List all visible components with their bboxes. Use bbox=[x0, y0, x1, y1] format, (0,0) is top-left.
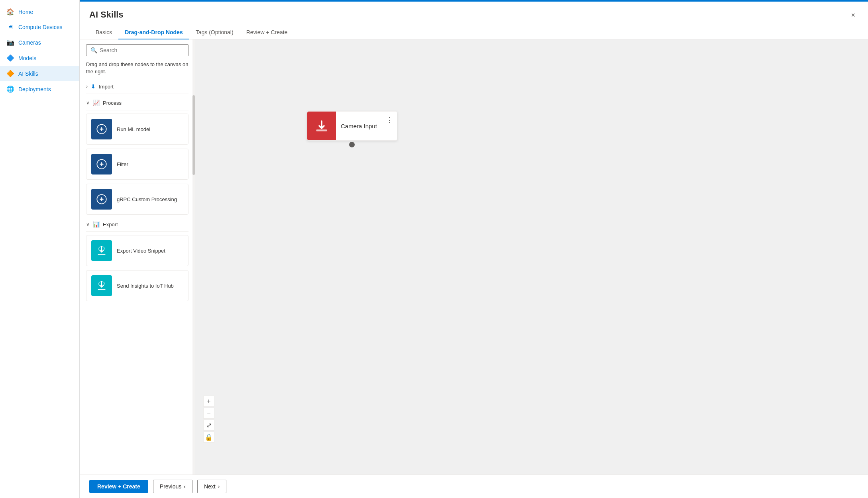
canvas-node-menu-button[interactable]: ⋮ bbox=[382, 112, 397, 127]
left-panel: 🔍 Drag and drop these nodes to the canva… bbox=[80, 39, 195, 474]
zoom-lock-button[interactable]: 🔒 bbox=[203, 431, 214, 443]
search-icon: 🔍 bbox=[90, 47, 97, 53]
zoom-in-button[interactable]: + bbox=[203, 396, 214, 407]
next-label: Next bbox=[204, 483, 216, 490]
run-ml-icon bbox=[91, 119, 112, 139]
sidebar-item-models[interactable]: 🔷 Models bbox=[0, 50, 79, 66]
canvas-node-connector bbox=[349, 142, 355, 147]
chevron-down-process-icon: ∨ bbox=[86, 100, 90, 106]
next-button[interactable]: Next › bbox=[197, 480, 226, 493]
grpc-icon bbox=[91, 189, 112, 210]
panel-description: Drag and drop these nodes to the canvas … bbox=[86, 61, 189, 75]
models-icon: 🔷 bbox=[6, 54, 14, 62]
filter-icon bbox=[91, 154, 112, 174]
export-divider bbox=[86, 231, 189, 232]
sidebar-item-home[interactable]: 🏠 Home bbox=[0, 4, 79, 20]
filter-label: Filter bbox=[117, 161, 128, 167]
previous-button[interactable]: Previous ‹ bbox=[153, 480, 192, 493]
compute-icon: 🖥 bbox=[6, 24, 14, 31]
canvas-node-camera[interactable]: Camera Input ⋮ bbox=[307, 111, 397, 141]
header: AI Skills × bbox=[80, 2, 868, 21]
node-export-video[interactable]: Export Video Snippet bbox=[86, 235, 189, 266]
export-video-icon bbox=[91, 240, 112, 261]
home-icon: 🏠 bbox=[6, 8, 14, 16]
export-section-icon: 📊 bbox=[93, 221, 100, 227]
search-box[interactable]: 🔍 bbox=[86, 44, 189, 56]
sidebar-label-cameras: Cameras bbox=[18, 39, 41, 46]
sidebar-label-deployments: Deployments bbox=[18, 86, 51, 92]
canvas-area[interactable]: Camera Input ⋮ + − ⤢ 🔒 bbox=[195, 39, 868, 474]
page-title: AI Skills bbox=[89, 10, 124, 20]
export-video-label: Export Video Snippet bbox=[117, 248, 165, 254]
review-create-button[interactable]: Review + Create bbox=[89, 480, 148, 493]
process-section-icon: 📈 bbox=[93, 100, 100, 106]
section-export[interactable]: ∨ 📊 Export bbox=[86, 219, 189, 230]
send-insights-label: Send Insights to IoT Hub bbox=[117, 283, 174, 289]
previous-label: Previous bbox=[160, 483, 181, 490]
svg-rect-6 bbox=[316, 129, 327, 131]
zoom-controls: + − ⤢ 🔒 bbox=[203, 396, 214, 443]
svg-point-3 bbox=[100, 163, 103, 166]
sidebar-item-compute[interactable]: 🖥 Compute Devices bbox=[0, 20, 79, 35]
sidebar-label-aiskills: AI Skills bbox=[18, 71, 38, 77]
close-button[interactable]: × bbox=[848, 10, 858, 21]
node-send-insights[interactable]: Send Insights to IoT Hub bbox=[86, 270, 189, 301]
sidebar-label-home: Home bbox=[18, 9, 33, 15]
aiskills-icon: 🔶 bbox=[6, 70, 14, 77]
camera-node-label: Camera Input bbox=[336, 123, 382, 129]
chevron-down-export-icon: ∨ bbox=[86, 222, 90, 227]
scrollbar-track bbox=[192, 39, 195, 474]
export-section-label: Export bbox=[103, 222, 118, 227]
import-section-label: Import bbox=[99, 84, 114, 90]
svg-point-1 bbox=[100, 128, 103, 131]
send-insights-icon bbox=[91, 275, 112, 296]
next-icon: › bbox=[218, 483, 220, 490]
tab-basics[interactable]: Basics bbox=[89, 26, 118, 39]
search-input[interactable] bbox=[100, 47, 184, 53]
sidebar: 🏠 Home 🖥 Compute Devices 📷 Cameras 🔷 Mod… bbox=[0, 0, 80, 498]
tab-review-create[interactable]: Review + Create bbox=[240, 26, 294, 39]
process-section-label: Process bbox=[103, 100, 122, 106]
svg-point-5 bbox=[100, 198, 103, 201]
chevron-right-icon: › bbox=[86, 84, 88, 89]
bottom-bar: Review + Create Previous ‹ Next › bbox=[80, 474, 868, 498]
import-divider bbox=[86, 94, 189, 94]
deployments-icon: 🌐 bbox=[6, 85, 14, 93]
sidebar-item-aiskills[interactable]: 🔶 AI Skills bbox=[0, 66, 79, 81]
content-area: 🔍 Drag and drop these nodes to the canva… bbox=[80, 39, 868, 474]
camera-node-icon bbox=[307, 112, 336, 140]
zoom-out-button[interactable]: − bbox=[203, 408, 214, 419]
tab-drag-drop[interactable]: Drag-and-Drop Nodes bbox=[118, 26, 189, 39]
section-process[interactable]: ∨ 📈 Process bbox=[86, 97, 189, 108]
tab-tags[interactable]: Tags (Optional) bbox=[189, 26, 240, 39]
node-run-ml[interactable]: Run ML model bbox=[86, 114, 189, 145]
node-grpc[interactable]: gRPC Custom Processing bbox=[86, 184, 189, 215]
run-ml-label: Run ML model bbox=[117, 126, 150, 132]
import-section-icon: ⬇ bbox=[91, 83, 96, 90]
cameras-icon: 📷 bbox=[6, 39, 14, 46]
sidebar-item-deployments[interactable]: 🌐 Deployments bbox=[0, 81, 79, 97]
scrollbar-thumb[interactable] bbox=[192, 95, 195, 175]
panel-inner: 🔍 Drag and drop these nodes to the canva… bbox=[80, 39, 195, 474]
main-area: AI Skills × Basics Drag-and-Drop Nodes T… bbox=[80, 0, 868, 498]
tab-bar: Basics Drag-and-Drop Nodes Tags (Optiona… bbox=[80, 21, 868, 39]
previous-icon: ‹ bbox=[184, 483, 186, 490]
sidebar-item-cameras[interactable]: 📷 Cameras bbox=[0, 35, 79, 50]
node-filter[interactable]: Filter bbox=[86, 149, 189, 180]
sidebar-label-models: Models bbox=[18, 55, 36, 61]
section-import[interactable]: › ⬇ Import bbox=[86, 81, 189, 92]
process-divider bbox=[86, 110, 189, 110]
grpc-label: gRPC Custom Processing bbox=[117, 196, 177, 202]
sidebar-label-compute: Compute Devices bbox=[18, 24, 63, 30]
zoom-fit-button[interactable]: ⤢ bbox=[203, 420, 214, 431]
